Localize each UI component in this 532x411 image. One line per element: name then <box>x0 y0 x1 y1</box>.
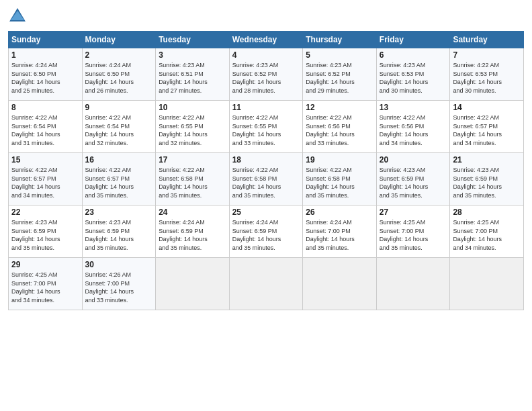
day-number: 28 <box>453 208 521 217</box>
day-info: Sunrise: 4:24 AM Sunset: 7:00 PM Dayligh… <box>306 218 373 252</box>
calendar-cell <box>303 258 377 310</box>
calendar-cell: 4Sunrise: 4:23 AM Sunset: 6:52 PM Daylig… <box>229 48 303 101</box>
day-number: 17 <box>159 155 226 165</box>
calendar-header-thursday: Thursday <box>303 32 377 48</box>
day-info: Sunrise: 4:22 AM Sunset: 6:58 PM Dayligh… <box>306 166 373 199</box>
calendar-cell: 6Sunrise: 4:23 AM Sunset: 6:53 PM Daylig… <box>376 48 450 101</box>
day-number: 12 <box>306 103 373 112</box>
day-number: 9 <box>85 103 153 112</box>
calendar-week-4: 22Sunrise: 4:23 AM Sunset: 6:59 PM Dayli… <box>9 205 524 258</box>
calendar-cell: 2Sunrise: 4:24 AM Sunset: 6:50 PM Daylig… <box>82 48 156 101</box>
day-number: 20 <box>380 155 447 165</box>
calendar-cell: 15Sunrise: 4:22 AM Sunset: 6:57 PM Dayli… <box>9 153 83 205</box>
calendar-header-wednesday: Wednesday <box>229 32 303 48</box>
day-info: Sunrise: 4:22 AM Sunset: 6:54 PM Dayligh… <box>11 113 79 147</box>
day-info: Sunrise: 4:25 AM Sunset: 7:00 PM Dayligh… <box>380 218 447 252</box>
calendar-cell: 9Sunrise: 4:22 AM Sunset: 6:54 PM Daylig… <box>82 101 156 153</box>
calendar-cell: 3Sunrise: 4:23 AM Sunset: 6:51 PM Daylig… <box>156 48 230 101</box>
calendar-cell: 8Sunrise: 4:22 AM Sunset: 6:54 PM Daylig… <box>9 101 83 153</box>
day-info: Sunrise: 4:22 AM Sunset: 6:57 PM Dayligh… <box>85 166 153 199</box>
calendar-cell <box>376 258 450 310</box>
day-info: Sunrise: 4:24 AM Sunset: 6:50 PM Dayligh… <box>11 61 79 95</box>
calendar-cell: 16Sunrise: 4:22 AM Sunset: 6:57 PM Dayli… <box>82 153 156 205</box>
day-info: Sunrise: 4:22 AM Sunset: 6:56 PM Dayligh… <box>380 113 447 147</box>
day-info: Sunrise: 4:22 AM Sunset: 6:58 PM Dayligh… <box>159 166 226 199</box>
day-info: Sunrise: 4:22 AM Sunset: 6:55 PM Dayligh… <box>159 113 226 147</box>
calendar-header-sunday: Sunday <box>9 32 83 48</box>
day-number: 24 <box>159 208 226 217</box>
day-info: Sunrise: 4:22 AM Sunset: 6:53 PM Dayligh… <box>453 61 521 95</box>
day-info: Sunrise: 4:23 AM Sunset: 6:59 PM Dayligh… <box>380 166 447 199</box>
day-number: 27 <box>380 208 447 217</box>
header <box>8 7 524 26</box>
calendar-header-saturday: Saturday <box>450 32 524 48</box>
day-info: Sunrise: 4:26 AM Sunset: 7:00 PM Dayligh… <box>85 271 153 304</box>
day-number: 18 <box>232 155 300 165</box>
day-number: 8 <box>11 103 79 112</box>
day-number: 19 <box>306 155 373 165</box>
day-info: Sunrise: 4:24 AM Sunset: 6:50 PM Dayligh… <box>85 61 153 95</box>
calendar-cell: 23Sunrise: 4:23 AM Sunset: 6:59 PM Dayli… <box>82 205 156 258</box>
day-info: Sunrise: 4:23 AM Sunset: 6:52 PM Dayligh… <box>232 61 300 95</box>
calendar-cell: 24Sunrise: 4:24 AM Sunset: 6:59 PM Dayli… <box>156 205 230 258</box>
calendar-cell <box>450 258 524 310</box>
calendar-header-monday: Monday <box>82 32 156 48</box>
calendar-cell: 17Sunrise: 4:22 AM Sunset: 6:58 PM Dayli… <box>156 153 230 205</box>
day-info: Sunrise: 4:22 AM Sunset: 6:54 PM Dayligh… <box>85 113 153 147</box>
calendar-cell: 7Sunrise: 4:22 AM Sunset: 6:53 PM Daylig… <box>450 48 524 101</box>
calendar-week-5: 29Sunrise: 4:25 AM Sunset: 7:00 PM Dayli… <box>9 258 524 310</box>
day-info: Sunrise: 4:24 AM Sunset: 6:59 PM Dayligh… <box>232 218 300 252</box>
day-number: 21 <box>453 155 521 165</box>
day-info: Sunrise: 4:22 AM Sunset: 6:57 PM Dayligh… <box>453 113 521 147</box>
calendar-cell: 20Sunrise: 4:23 AM Sunset: 6:59 PM Dayli… <box>376 153 450 205</box>
day-number: 25 <box>232 208 300 217</box>
day-number: 30 <box>85 260 153 269</box>
day-info: Sunrise: 4:23 AM Sunset: 6:59 PM Dayligh… <box>85 218 153 252</box>
calendar-header-row: SundayMondayTuesdayWednesdayThursdayFrid… <box>9 32 524 48</box>
day-info: Sunrise: 4:22 AM Sunset: 6:55 PM Dayligh… <box>232 113 300 147</box>
logo-icon <box>8 7 27 26</box>
logo <box>8 7 30 26</box>
svg-marker-1 <box>11 11 24 20</box>
day-number: 11 <box>232 103 300 112</box>
day-number: 1 <box>11 50 79 60</box>
calendar-cell: 22Sunrise: 4:23 AM Sunset: 6:59 PM Dayli… <box>9 205 83 258</box>
calendar-cell: 28Sunrise: 4:25 AM Sunset: 7:00 PM Dayli… <box>450 205 524 258</box>
day-number: 23 <box>85 208 153 217</box>
day-info: Sunrise: 4:22 AM Sunset: 6:57 PM Dayligh… <box>11 166 79 199</box>
calendar-cell: 27Sunrise: 4:25 AM Sunset: 7:00 PM Dayli… <box>376 205 450 258</box>
day-number: 10 <box>159 103 226 112</box>
day-info: Sunrise: 4:25 AM Sunset: 7:00 PM Dayligh… <box>11 271 79 304</box>
calendar-header-tuesday: Tuesday <box>156 32 230 48</box>
calendar-week-3: 15Sunrise: 4:22 AM Sunset: 6:57 PM Dayli… <box>9 153 524 205</box>
day-info: Sunrise: 4:22 AM Sunset: 6:58 PM Dayligh… <box>232 166 300 199</box>
calendar-cell: 21Sunrise: 4:23 AM Sunset: 6:59 PM Dayli… <box>450 153 524 205</box>
calendar-cell: 13Sunrise: 4:22 AM Sunset: 6:56 PM Dayli… <box>376 101 450 153</box>
day-number: 3 <box>159 50 226 60</box>
calendar-week-2: 8Sunrise: 4:22 AM Sunset: 6:54 PM Daylig… <box>9 101 524 153</box>
day-number: 2 <box>85 50 153 60</box>
calendar-cell <box>156 258 230 310</box>
day-number: 4 <box>232 50 300 60</box>
day-number: 15 <box>11 155 79 165</box>
calendar-cell: 26Sunrise: 4:24 AM Sunset: 7:00 PM Dayli… <box>303 205 377 258</box>
calendar-cell: 10Sunrise: 4:22 AM Sunset: 6:55 PM Dayli… <box>156 101 230 153</box>
day-info: Sunrise: 4:23 AM Sunset: 6:51 PM Dayligh… <box>159 61 226 95</box>
day-info: Sunrise: 4:23 AM Sunset: 6:53 PM Dayligh… <box>380 61 447 95</box>
calendar-cell: 12Sunrise: 4:22 AM Sunset: 6:56 PM Dayli… <box>303 101 377 153</box>
day-number: 6 <box>380 50 447 60</box>
day-info: Sunrise: 4:23 AM Sunset: 6:59 PM Dayligh… <box>11 218 79 252</box>
day-info: Sunrise: 4:25 AM Sunset: 7:00 PM Dayligh… <box>453 218 521 252</box>
day-number: 5 <box>306 50 373 60</box>
day-number: 7 <box>453 50 521 60</box>
calendar-cell: 5Sunrise: 4:23 AM Sunset: 6:52 PM Daylig… <box>303 48 377 101</box>
calendar-cell: 14Sunrise: 4:22 AM Sunset: 6:57 PM Dayli… <box>450 101 524 153</box>
calendar-week-1: 1Sunrise: 4:24 AM Sunset: 6:50 PM Daylig… <box>9 48 524 101</box>
day-info: Sunrise: 4:23 AM Sunset: 6:52 PM Dayligh… <box>306 61 373 95</box>
calendar-cell: 18Sunrise: 4:22 AM Sunset: 6:58 PM Dayli… <box>229 153 303 205</box>
day-number: 16 <box>85 155 153 165</box>
day-number: 26 <box>306 208 373 217</box>
calendar-cell: 29Sunrise: 4:25 AM Sunset: 7:00 PM Dayli… <box>9 258 83 310</box>
calendar-header-friday: Friday <box>376 32 450 48</box>
day-number: 13 <box>380 103 447 112</box>
